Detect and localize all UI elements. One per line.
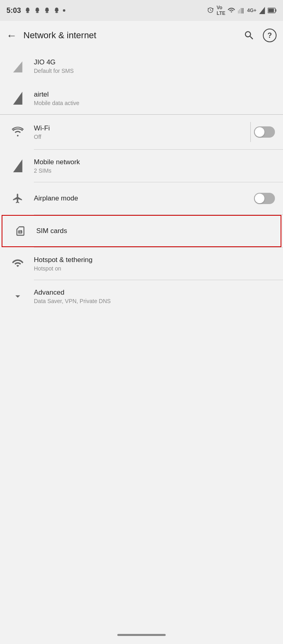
signal-strength-icon (259, 7, 265, 14)
airtel-icon (8, 92, 27, 105)
status-left: 5:03 (6, 6, 65, 15)
settings-item-airtel[interactable]: airtel Mobile data active (0, 82, 283, 114)
network-type-icon: 4G+ (247, 8, 256, 13)
snapchat-ghost-icon-2 (34, 7, 41, 14)
mobile-network-content: Mobile network 2 SIMs (34, 158, 275, 174)
svg-marker-5 (13, 92, 23, 105)
wifi-hotspot-icon (228, 7, 235, 14)
hotspot-subtitle: Hotspot on (34, 265, 275, 272)
signal-bar-icon (237, 7, 245, 14)
wifi-content: Wi-Fi Off (34, 124, 247, 140)
help-button[interactable]: ? (263, 29, 277, 42)
airplane-icon (8, 193, 27, 204)
mobile-network-icon (8, 159, 27, 172)
advanced-icon (8, 291, 27, 302)
jio4g-title: JIO 4G (34, 58, 275, 67)
volte-icon: VoLTE (216, 5, 225, 16)
settings-list: JIO 4G Default for SMS airtel Mobile dat… (0, 50, 283, 312)
advanced-content: Advanced Data Saver, VPN, Private DNS (34, 288, 275, 304)
settings-item-jio4g[interactable]: JIO 4G Default for SMS (0, 50, 283, 82)
mobile-network-title: Mobile network (34, 158, 275, 167)
mobile-network-subtitle: 2 SIMs (34, 167, 275, 174)
svg-marker-4 (13, 62, 23, 72)
snapchat-ghost-icon-3 (44, 7, 51, 14)
battery-icon (268, 8, 277, 13)
settings-item-wifi[interactable]: Wi-Fi Off (0, 115, 283, 149)
settings-item-sim-cards[interactable]: SIM cards (2, 215, 281, 247)
wifi-vertical-divider (250, 122, 251, 142)
page-title: Network & internet (23, 30, 237, 41)
hotspot-icon (8, 258, 27, 269)
airtel-content: airtel Mobile data active (34, 90, 275, 106)
sim-cards-content: SIM cards (36, 227, 273, 235)
settings-item-mobile-network[interactable]: Mobile network 2 SIMs (0, 150, 283, 182)
airtel-title: airtel (34, 90, 275, 99)
jio4g-content: JIO 4G Default for SMS (34, 58, 275, 74)
status-right: VoLTE 4G+ (207, 5, 277, 16)
airplane-toggle[interactable] (254, 193, 275, 204)
status-time: 5:03 (6, 6, 21, 15)
notification-dot (63, 9, 65, 12)
header: ← Network & internet ? (0, 21, 283, 50)
hotspot-content: Hotspot & tethering Hotspot on (34, 256, 275, 272)
airtel-subtitle: Mobile data active (34, 100, 275, 106)
sim-cards-title: SIM cards (36, 227, 273, 235)
wifi-title: Wi-Fi (34, 124, 247, 133)
settings-item-hotspot[interactable]: Hotspot & tethering Hotspot on (0, 248, 283, 280)
advanced-title: Advanced (34, 288, 275, 297)
settings-item-advanced[interactable]: Advanced Data Saver, VPN, Private DNS (0, 280, 283, 312)
alarm-icon (207, 7, 214, 14)
status-icons-left (24, 7, 65, 14)
jio4g-icon (8, 60, 27, 72)
snapchat-ghost-icon-4 (53, 7, 60, 14)
header-actions: ? (243, 29, 277, 42)
svg-marker-6 (13, 159, 23, 172)
settings-item-airplane[interactable]: Airplane mode (0, 182, 283, 215)
airplane-title: Airplane mode (34, 194, 249, 203)
airplane-content: Airplane mode (34, 194, 249, 203)
snapchat-ghost-icon-1 (24, 7, 31, 14)
wifi-subtitle: Off (34, 134, 247, 140)
search-button[interactable] (243, 30, 255, 41)
bottom-nav-bar (117, 634, 166, 636)
hotspot-title: Hotspot & tethering (34, 256, 275, 264)
svg-marker-0 (259, 7, 265, 14)
jio4g-subtitle: Default for SMS (34, 68, 275, 74)
back-button[interactable]: ← (6, 29, 17, 42)
wifi-toggle[interactable] (254, 126, 275, 138)
status-bar: 5:03 VoLTE (0, 0, 283, 21)
airplane-control (254, 193, 275, 204)
svg-rect-3 (275, 9, 277, 12)
wifi-icon (8, 127, 27, 137)
sim-cards-icon (10, 225, 30, 237)
advanced-subtitle: Data Saver, VPN, Private DNS (34, 298, 275, 304)
svg-rect-2 (268, 9, 274, 12)
